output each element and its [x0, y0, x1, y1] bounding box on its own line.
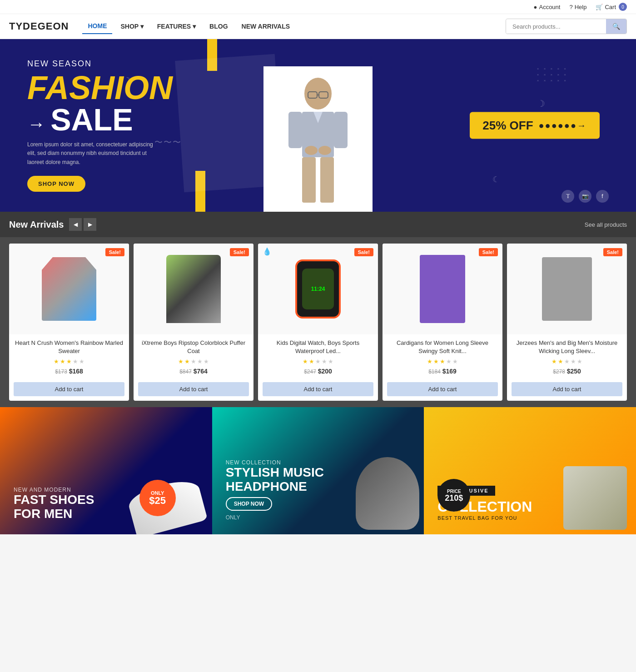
section-title: New Arrivals: [9, 219, 64, 230]
hero-banner: NEW SEASON FASHION SALE Lorem ipsum dolo…: [0, 39, 636, 212]
main-nav: HOME SHOP ▾ FEATURES ▾ BLOG NEW ARRIVALS: [82, 19, 492, 34]
price-new: $764: [194, 368, 208, 375]
hero-content: NEW SEASON FASHION SALE Lorem ipsum dolo…: [0, 41, 200, 210]
twitter-icon[interactable]: 𝕋: [561, 190, 574, 203]
product-info: Heart N Crush Women's Rainbow Marled Swe…: [9, 334, 129, 379]
next-arrow-button[interactable]: ▶: [84, 218, 96, 231]
star-1: ★: [558, 358, 563, 365]
svg-point-9: [305, 146, 318, 155]
star-4: ★: [452, 358, 458, 365]
star-2: ★: [564, 358, 570, 365]
promo-shoes-small-text: NEW AND MODERN: [14, 487, 94, 493]
help-link[interactable]: ? Help: [569, 4, 586, 10]
star-1: ★: [60, 358, 65, 365]
product-image-cardigan: [420, 255, 465, 323]
promo-shoes-big-text: FAST SHOESFOR MEN: [14, 493, 94, 521]
help-icon: ?: [569, 4, 572, 10]
hero-cta-button[interactable]: SHOP NOW: [27, 176, 85, 192]
nav-features[interactable]: FEATURES ▾: [152, 19, 201, 34]
star-0: ★: [178, 358, 184, 365]
price-new: $168: [69, 368, 83, 375]
account-link[interactable]: ● Account: [534, 4, 561, 10]
product-image-placeholder: [134, 244, 253, 334]
promo-headphone-content: New Collection STYLISH MUSICHEADPHONE SH…: [226, 459, 324, 521]
carousel-arrows: ◀ ▶: [69, 218, 96, 231]
star-3: ★: [322, 358, 327, 365]
hero-dots-arrow: ●●●●●●→: [539, 120, 587, 131]
star-0: ★: [427, 358, 432, 365]
product-image-area: Sale!: [383, 244, 502, 334]
product-price: $278 $250: [512, 368, 622, 375]
promo-shoes-banner: NEW AND MODERN FAST SHOESFOR MEN ONLY $2…: [0, 407, 212, 534]
price-old: $247: [304, 368, 316, 375]
bag-shape: [563, 466, 627, 530]
add-to-cart-button[interactable]: Add to cart: [512, 382, 622, 396]
promo-shoes-price: ONLY $25: [139, 480, 176, 516]
account-icon: ●: [534, 4, 537, 10]
instagram-icon[interactable]: 📷: [579, 190, 591, 203]
headphone-shape: [356, 457, 419, 530]
watch-display: 11:24: [302, 269, 334, 309]
product-price: $173 $168: [14, 368, 124, 375]
help-label: Help: [575, 4, 587, 10]
section-title-area: New Arrivals ◀ ▶: [9, 218, 96, 231]
svg-rect-8: [320, 157, 334, 203]
deco-moon-right: ☽: [537, 98, 545, 109]
nav-home[interactable]: HOME: [82, 19, 112, 34]
new-arrivals-header: New Arrivals ◀ ▶ See all products: [0, 212, 636, 237]
price-new: $169: [442, 368, 457, 375]
add-to-cart-button[interactable]: Add to cart: [263, 382, 373, 396]
star-2: ★: [191, 358, 196, 365]
hero-model-box: [263, 66, 373, 212]
product-stars: ★★★★★: [512, 358, 622, 365]
star-1: ★: [184, 358, 190, 365]
product-image-jacket: [166, 255, 221, 323]
promo-headphone-cta[interactable]: SHOP NOW: [226, 497, 272, 511]
nav-shop[interactable]: SHOP ▾: [115, 19, 149, 34]
star-4: ★: [204, 358, 209, 365]
products-grid: Sale! Heart N Crush Women's Rainbow Marl…: [0, 237, 636, 407]
add-to-cart-button[interactable]: Add to cart: [14, 382, 124, 396]
promo-shoes-price-value: $25: [149, 496, 166, 506]
product-image-placeholder: [383, 244, 502, 334]
deco-moon-bottom: ☾: [492, 174, 500, 184]
price-old: $184: [428, 368, 441, 375]
product-name: Jerzees Men's and Big Men's Moisture Wic…: [512, 339, 622, 355]
add-to-cart-button[interactable]: Add to cart: [138, 382, 249, 396]
facebook-icon[interactable]: f: [596, 190, 609, 203]
prev-arrow-button[interactable]: ◀: [69, 218, 82, 231]
promo-headphone-big-text: STYLISH MUSICHEADPHONE: [226, 466, 324, 494]
product-name: Heart N Crush Women's Rainbow Marled Swe…: [14, 339, 124, 355]
product-image-area: Sale!: [507, 244, 627, 334]
price-old: $173: [55, 368, 67, 375]
add-to-cart-button[interactable]: Add to cart: [387, 382, 498, 396]
product-info: iXtreme Boys Ripstop Colorblock Puffer C…: [134, 334, 253, 379]
see-all-link[interactable]: See all products: [585, 221, 627, 228]
star-2: ★: [440, 358, 445, 365]
price-old: $278: [553, 368, 565, 375]
nav-new-arrivals[interactable]: NEW ARRIVALS: [236, 19, 296, 34]
product-card-3: Sale! Cardigans for Women Long Sleeve Sw…: [383, 244, 502, 401]
star-4: ★: [328, 358, 333, 365]
price-new: $250: [567, 368, 581, 375]
cart-icon: 🛒: [596, 4, 603, 10]
search-button[interactable]: 🔍: [606, 19, 626, 34]
product-info: Kids Digital Watch, Boys Sports Waterpro…: [258, 334, 378, 379]
product-image-placeholder: [507, 244, 627, 334]
header: TYDEGEON HOME SHOP ▾ FEATURES ▾ BLOG NEW…: [0, 14, 636, 39]
product-image-area: 💧 Sale! 11:24: [258, 244, 378, 334]
product-image-placeholder: 11:24: [258, 244, 378, 334]
product-stars: ★★★★★: [263, 358, 373, 365]
product-card-4: Sale! Jerzees Men's and Big Men's Moistu…: [507, 244, 627, 401]
nav-blog[interactable]: BLOG: [204, 19, 233, 34]
product-info: Cardigans for Women Long Sleeve Swingy S…: [383, 334, 502, 379]
product-stars: ★★★★★: [387, 358, 498, 365]
cart-label: Cart: [605, 4, 616, 10]
site-logo[interactable]: TYDEGEON: [9, 20, 69, 32]
cart-link[interactable]: 🛒 Cart 0: [596, 3, 627, 11]
star-3: ★: [197, 358, 203, 365]
promo-section: NEW AND MODERN FAST SHOESFOR MEN ONLY $2…: [0, 407, 636, 534]
hero-dots-grid: × × × × ×× × × × ×× × × × ×: [537, 66, 568, 84]
search-input[interactable]: [506, 20, 606, 34]
product-card-0: Sale! Heart N Crush Women's Rainbow Marl…: [9, 244, 129, 401]
